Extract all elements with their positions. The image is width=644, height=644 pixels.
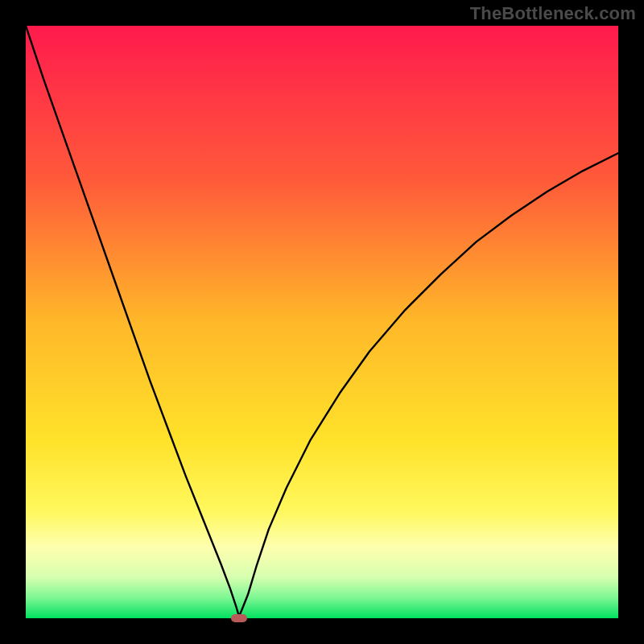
outer-frame: TheBottleneck.com [0,0,644,644]
plot-background [26,26,618,618]
bottleneck-chart [0,0,644,644]
optimal-marker [231,614,247,622]
